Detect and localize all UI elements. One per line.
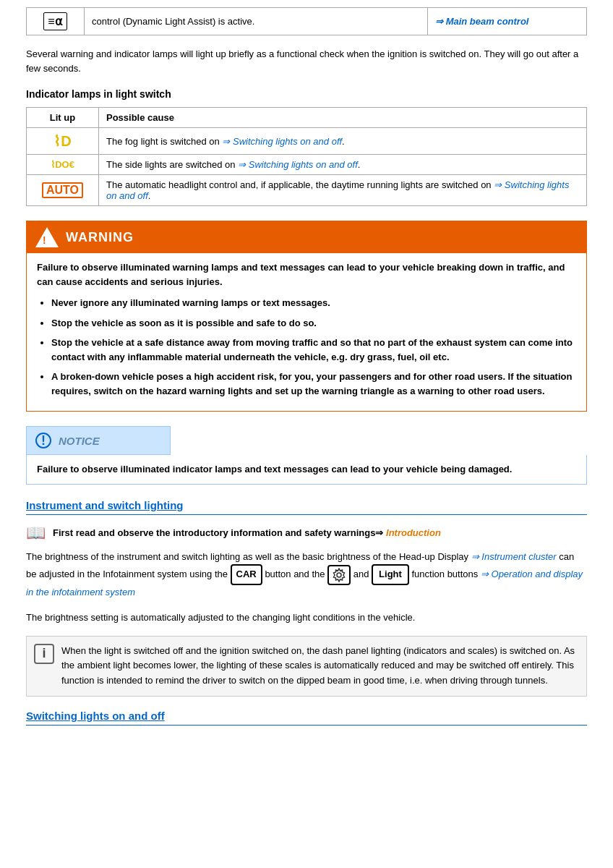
warning-intro: Failure to observe illuminated warning l…	[37, 260, 576, 289]
table-row: ⌇D The fog light is switched on ⇒ Switch…	[27, 128, 587, 155]
fog-link[interactable]: ⇒ Switching lights on and off	[222, 136, 342, 147]
instrument-cluster-link[interactable]: ⇒ Instrument cluster	[471, 551, 560, 562]
switching-lights-heading[interactable]: Switching lights on and off	[26, 710, 587, 722]
auto-icon-cell: AUTO	[27, 175, 99, 206]
side-lights-icon: ⌇DO€	[51, 159, 74, 170]
indicator-table: Lit up Possible cause ⌇D The fog light i…	[26, 107, 587, 206]
indicator-lamps-heading: Indicator lamps in light switch	[26, 88, 587, 100]
info-box: i When the light is switched off and the…	[26, 636, 587, 697]
list-item: Stop the vehicle as soon as it is possib…	[51, 316, 576, 331]
info-icon: i	[34, 644, 54, 664]
notice-icon: !	[35, 433, 51, 448]
notice-text: Failure to observe illuminated indicator…	[37, 462, 576, 477]
warning-header: WARNING	[27, 221, 586, 253]
warning-box: WARNING Failure to observe illuminated w…	[26, 221, 587, 412]
instrument-body-1: The brightness of the instrument and swi…	[26, 550, 587, 600]
main-beam-link[interactable]: ⇒ Main beam control	[435, 16, 528, 27]
notice-title: NOTICE	[59, 435, 100, 447]
notice-body: Failure to observe illuminated indicator…	[26, 455, 587, 485]
introduction-link[interactable]: Introduction	[386, 527, 441, 538]
fog-icon-cell: ⌇D	[27, 128, 99, 155]
read-first-bold: First read and observe the introductory …	[53, 527, 375, 538]
col-lit-up: Lit up	[27, 108, 99, 128]
warning-title: WARNING	[66, 230, 134, 245]
body1-part1: The brightness of the instrument and swi…	[26, 551, 468, 562]
table-row: AUTO The automatic headlight control and…	[27, 175, 587, 206]
svg-point-0	[337, 573, 341, 577]
warning-body: Failure to observe illuminated warning l…	[27, 253, 586, 411]
heading-divider	[26, 514, 587, 515]
auto-description: The automatic headlight control and, if …	[99, 175, 587, 206]
body1-part3: button and the	[265, 569, 325, 579]
side-description: The side lights are switched on ⇒ Switch…	[99, 155, 587, 175]
dla-icon-cell: ≡⍺	[27, 8, 85, 35]
notice-box: ! NOTICE Failure to observe illuminated …	[26, 426, 587, 485]
info-text: When the light is switched off and the i…	[61, 644, 579, 689]
body1-part5: function buttons	[411, 569, 478, 579]
read-first-text: First read and observe the introductory …	[53, 527, 441, 538]
list-item: A broken-down vehicle poses a high accid…	[51, 370, 576, 398]
main-beam-link-text: Main beam control	[446, 16, 529, 27]
table-row: ⌇DO€ The side lights are switched on ⇒ S…	[27, 155, 587, 175]
light-button[interactable]: Light	[372, 564, 409, 585]
list-item: Stop the vehicle at a safe distance away…	[51, 336, 576, 364]
col-possible-cause: Possible cause	[99, 108, 587, 128]
intro-paragraph: Several warning and indicator lamps will…	[26, 47, 587, 75]
fog-description: The fog light is switched on ⇒ Switching…	[99, 128, 587, 155]
switching-heading-divider	[26, 725, 587, 726]
body1-part4: and	[353, 569, 369, 579]
top-link-cell: ⇒ Main beam control	[428, 8, 587, 35]
dla-icon: ≡⍺	[43, 12, 67, 30]
top-info-table: ≡⍺ control (Dynamic Light Assist) is act…	[26, 7, 587, 35]
book-icon: 📖	[26, 524, 46, 542]
read-first-box: 📖 First read and observe the introductor…	[26, 524, 587, 542]
instrument-lighting-heading[interactable]: Instrument and switch lighting	[26, 499, 587, 511]
side-icon-cell: ⌇DO€	[27, 155, 99, 175]
notice-header: ! NOTICE	[26, 426, 171, 455]
car-button[interactable]: CAR	[231, 564, 262, 585]
fog-light-icon: ⌇D	[53, 133, 71, 149]
list-item: Never ignore any illuminated warning lam…	[51, 296, 576, 310]
settings-gear-icon	[332, 568, 346, 582]
warning-triangle-icon	[35, 227, 59, 247]
top-description: control (Dynamic Light Assist) is active…	[85, 8, 428, 35]
settings-button[interactable]	[327, 565, 351, 585]
auto-headlight-icon: AUTO	[42, 182, 83, 198]
instrument-body-2: The brightness setting is automatically …	[26, 610, 587, 626]
side-link[interactable]: ⇒ Switching lights on and off	[238, 159, 358, 170]
warning-bullets: Never ignore any illuminated warning lam…	[37, 296, 576, 398]
